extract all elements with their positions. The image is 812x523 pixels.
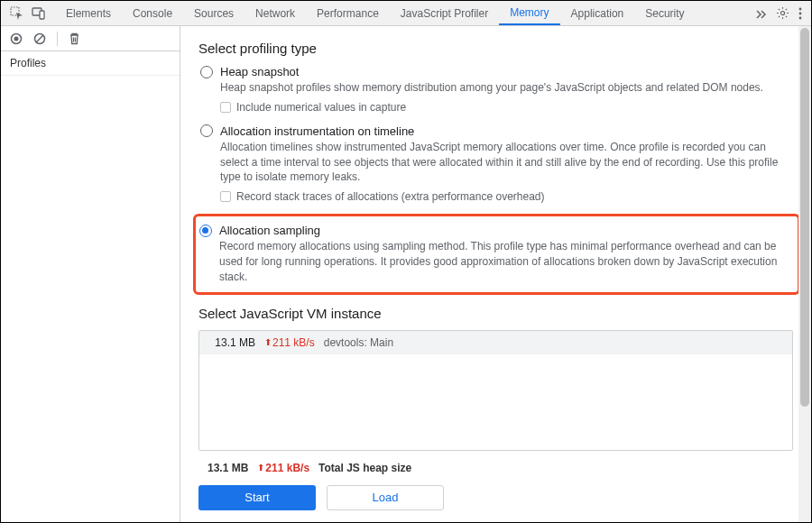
tab-memory[interactable]: Memory	[499, 1, 559, 25]
svg-point-8	[14, 36, 19, 41]
svg-point-5	[799, 12, 802, 14]
profiles-sidebar: Profiles	[1, 26, 180, 522]
tab-network[interactable]: Network	[245, 1, 306, 25]
checkbox-record-stack-traces[interactable]	[220, 191, 231, 202]
start-button[interactable]: Start	[198, 485, 316, 510]
total-rate: ⬆ 211 kB/s	[257, 462, 309, 474]
radio-allocation-timeline[interactable]	[200, 124, 213, 137]
total-rate-value: 211 kB/s	[265, 462, 309, 474]
main-area: Profiles Select profiling type Heap snap…	[1, 26, 811, 522]
sidebar-toolbar	[1, 26, 180, 51]
tab-javascript-profiler[interactable]: JavaScript Profiler	[390, 1, 499, 25]
vm-instance-list: 13.1 MB ⬆ 211 kB/s devtools: Main	[198, 330, 793, 451]
vm-rate: ⬆ 211 kB/s	[264, 336, 315, 349]
tab-performance[interactable]: Performance	[306, 1, 390, 25]
devtools-tabbar: Elements Console Sources Network Perform…	[1, 1, 811, 26]
vm-size: 13.1 MB	[208, 336, 255, 349]
highlighted-option: Allocation sampling Record memory alloca…	[193, 214, 800, 294]
tab-elements[interactable]: Elements	[55, 1, 122, 25]
checkbox-label[interactable]: Include numerical values in capture	[236, 101, 406, 114]
select-profiling-type-heading: Select profiling type	[198, 41, 793, 56]
arrow-up-icon: ⬆	[264, 337, 272, 347]
load-button[interactable]: Load	[327, 485, 444, 510]
radio-allocation-sampling[interactable]	[199, 225, 212, 237]
option-allocation-timeline: Allocation instrumentation on timeline A…	[198, 124, 793, 203]
more-tabs-icon[interactable]	[754, 7, 767, 20]
option-allocation-sampling: Allocation sampling Record memory alloca…	[198, 224, 790, 284]
record-icon[interactable]	[10, 32, 23, 45]
total-label: Total JS heap size	[318, 462, 411, 474]
delete-icon[interactable]	[69, 32, 80, 45]
arrow-up-icon: ⬆	[257, 463, 264, 473]
tab-application[interactable]: Application	[560, 1, 635, 25]
clear-icon[interactable]	[33, 32, 46, 45]
action-buttons: Start Load	[198, 485, 793, 510]
vm-instance-row[interactable]: 13.1 MB ⬆ 211 kB/s devtools: Main	[199, 331, 792, 354]
inspect-element-icon[interactable]	[6, 3, 28, 24]
memory-panel-content: Select profiling type Heap snapshot Heap…	[180, 26, 811, 522]
svg-rect-2	[40, 11, 44, 19]
option-description: Record memory allocations using sampling…	[219, 239, 790, 284]
vm-name: devtools: Main	[324, 336, 393, 349]
checkbox-include-numerical[interactable]	[220, 102, 231, 113]
checkbox-label[interactable]: Record stack traces of allocations (extr…	[236, 190, 545, 203]
tab-console[interactable]: Console	[122, 1, 183, 25]
tab-security[interactable]: Security	[634, 1, 695, 25]
option-heap-snapshot: Heap snapshot Heap snapshot profiles sho…	[198, 65, 793, 114]
heap-total-line: 13.1 MB ⬆ 211 kB/s Total JS heap size	[198, 458, 793, 478]
tabbar-right-icons	[745, 6, 811, 20]
total-size: 13.1 MB	[208, 462, 248, 474]
option-label[interactable]: Allocation instrumentation on timeline	[220, 124, 414, 138]
svg-point-6	[799, 16, 802, 19]
settings-gear-icon[interactable]	[776, 6, 789, 20]
option-label[interactable]: Heap snapshot	[220, 65, 299, 78]
scrollbar-thumb[interactable]	[800, 28, 809, 407]
radio-heap-snapshot[interactable]	[200, 66, 213, 78]
toolbar-divider	[57, 32, 58, 46]
vm-rate-value: 211 kB/s	[272, 336, 315, 349]
option-description: Allocation timelines show instrumented J…	[220, 140, 793, 185]
panel-tabs: Elements Console Sources Network Perform…	[55, 1, 745, 25]
option-label[interactable]: Allocation sampling	[219, 224, 320, 237]
device-toolbar-icon[interactable]	[28, 3, 50, 24]
tab-sources[interactable]: Sources	[183, 1, 245, 25]
svg-line-10	[36, 35, 43, 42]
svg-point-4	[799, 7, 802, 10]
svg-point-3	[780, 11, 784, 14]
option-description: Heap snapshot profiles show memory distr…	[220, 80, 793, 96]
sidebar-section-profiles[interactable]: Profiles	[1, 51, 180, 76]
scrollbar-track[interactable]	[798, 26, 811, 522]
kebab-menu-icon[interactable]	[798, 7, 802, 20]
select-vm-instance-heading: Select JavaScript VM instance	[198, 306, 793, 321]
